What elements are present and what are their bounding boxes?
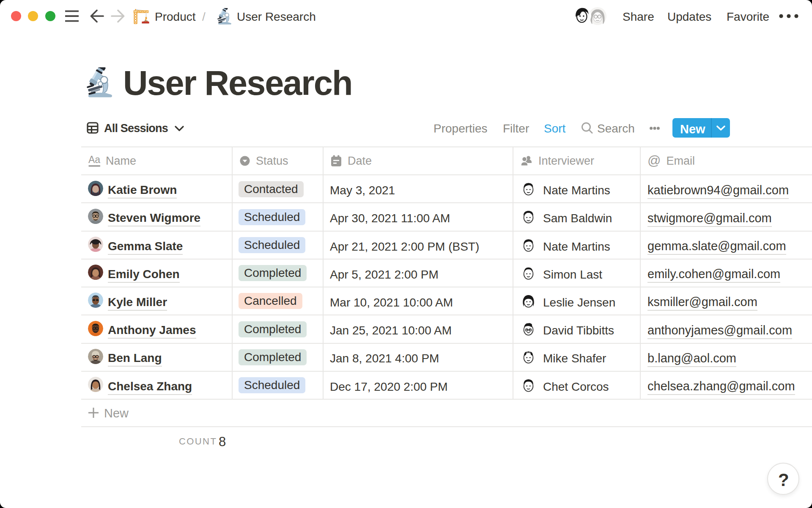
svg-text:Aa: Aa xyxy=(88,155,100,165)
